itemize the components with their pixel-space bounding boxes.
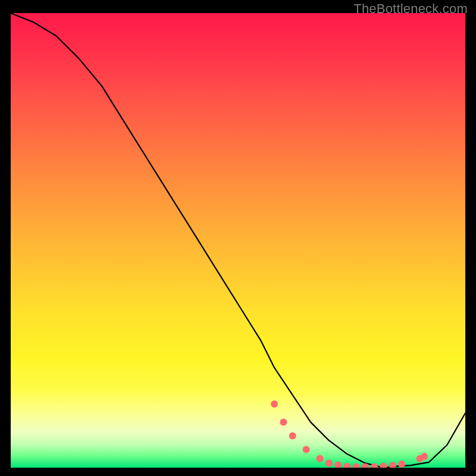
- marker-group: [271, 400, 428, 468]
- data-marker: [398, 461, 405, 468]
- data-marker: [380, 463, 387, 468]
- data-marker: [280, 419, 287, 426]
- data-marker: [317, 455, 324, 462]
- chart-svg: [11, 13, 465, 468]
- bottleneck-curve: [11, 13, 465, 468]
- data-marker: [271, 400, 278, 408]
- data-marker: [289, 433, 296, 440]
- chart-stage: TheBottleneck.com: [0, 0, 476, 476]
- data-marker: [371, 464, 378, 468]
- data-marker: [353, 464, 360, 468]
- curve-group: [11, 13, 465, 468]
- plot-area: [11, 13, 465, 468]
- watermark-text: TheBottleneck.com: [353, 1, 468, 17]
- data-marker: [389, 462, 396, 468]
- data-marker: [334, 461, 342, 468]
- data-marker: [303, 446, 310, 453]
- data-marker: [325, 459, 333, 466]
- data-marker: [343, 463, 350, 468]
- data-marker: [421, 453, 428, 460]
